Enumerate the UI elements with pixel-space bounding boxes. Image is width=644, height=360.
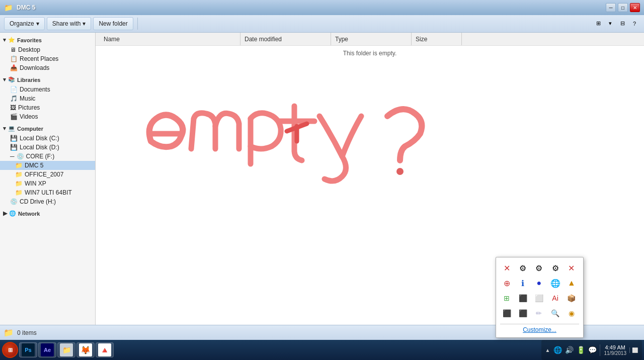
downloads-label: Downloads	[20, 64, 49, 71]
sidebar-item-desktop[interactable]: 🖥 Desktop	[0, 45, 95, 54]
date-display: 11/9/2013	[604, 350, 627, 356]
win7-label: WIN7 ULTI 64BIT	[25, 189, 72, 196]
organize-dropdown-icon: ▾	[36, 20, 39, 27]
taskbar-app-vlc[interactable]: 🔺	[96, 342, 114, 357]
tray-icon-8[interactable]: ●	[532, 277, 545, 290]
tray-icon-1[interactable]: ✕	[500, 261, 513, 275]
new-folder-button[interactable]: New folder	[93, 17, 133, 30]
tray-icon-10[interactable]: ▲	[565, 277, 578, 290]
customize-button[interactable]: Customize...	[500, 326, 579, 333]
sidebar-item-office2007[interactable]: 📁 OFFICE_2007	[0, 170, 95, 179]
sidebar-item-recent-places[interactable]: 📋 Recent Places	[0, 54, 95, 63]
organize-button[interactable]: Organize ▾	[4, 17, 45, 30]
help-button[interactable]: ?	[629, 18, 640, 29]
tray-icon-19[interactable]: 🔍	[549, 307, 562, 320]
sidebar-item-videos[interactable]: 🎬 Videos	[0, 112, 95, 121]
window-folder-icon: 📁	[4, 4, 13, 12]
tray-arrow-icon[interactable]: ▲	[545, 347, 550, 353]
tray-icon-14[interactable]: Ai	[549, 292, 562, 305]
organize-label: Organize	[10, 20, 34, 27]
col-header-size[interactable]: Size	[412, 33, 462, 45]
sidebar-item-local-c[interactable]: 💾 Local Disk (C:)	[0, 134, 95, 143]
local-c-label: Local Disk (C:)	[20, 135, 59, 142]
favorites-icon: ⭐	[8, 37, 15, 43]
svg-point-0	[396, 168, 404, 175]
sidebar-item-dmc5[interactable]: 📁 DMC 5	[0, 161, 95, 170]
taskbar-app-fileexplorer[interactable]: 📁	[57, 342, 75, 357]
office2007-label: OFFICE_2007	[25, 171, 63, 178]
tray-icon-17[interactable]: ⬛	[516, 307, 529, 320]
tray-icon-4[interactable]: ⚙	[549, 261, 562, 275]
desktop-label: Desktop	[18, 46, 40, 53]
sidebar-item-local-d[interactable]: 💾 Local Disk (D:)	[0, 143, 95, 152]
vlc-icon: 🔺	[98, 343, 111, 356]
taskbar-app-photoshop[interactable]: Ps	[19, 342, 37, 357]
sidebar: ▾ ⭐ Favorites 🖥 Desktop 📋 Recent Places …	[0, 33, 96, 325]
winxp-label: WIN XP	[25, 180, 46, 187]
sidebar-item-win7[interactable]: 📁 WIN7 ULTI 64BIT	[0, 188, 95, 197]
tray-network-icon[interactable]: 🌐	[553, 346, 562, 354]
start-button[interactable]: ⊞	[2, 342, 18, 358]
close-button[interactable]: ✕	[630, 3, 640, 12]
sidebar-item-music[interactable]: 🎵 Music	[0, 94, 95, 103]
sidebar-item-downloads[interactable]: 📥 Downloads	[0, 63, 95, 72]
winxp-icon: 📁	[15, 180, 23, 187]
tray-icon-12[interactable]: ⬛	[516, 292, 529, 305]
network-label: Network	[18, 211, 40, 217]
taskbar-app-firefox[interactable]: 🦊	[76, 342, 95, 357]
sidebar-item-cd-h[interactable]: 💿 CD Drive (H:)	[0, 197, 95, 206]
tray-icon-18[interactable]: ✏	[532, 307, 545, 320]
preview-pane[interactable]: ⊟	[617, 18, 628, 29]
share-dropdown-icon: ▾	[83, 20, 86, 27]
col-header-date[interactable]: Date modified	[240, 33, 331, 45]
favorites-header[interactable]: ▾ ⭐ Favorites	[0, 35, 95, 45]
col-header-type[interactable]: Type	[331, 33, 412, 45]
desktop-icon: 🖥	[10, 46, 16, 53]
toolbar-separator	[137, 18, 138, 30]
dmc5-icon: 📁	[15, 162, 23, 169]
minimize-button[interactable]: ─	[606, 3, 616, 12]
sidebar-item-core-f[interactable]: ─ 💿 CORE (F:)	[0, 152, 95, 161]
tray-icon-13[interactable]: ⬜	[532, 292, 545, 305]
maximize-button[interactable]: □	[618, 3, 628, 12]
sidebar-item-documents[interactable]: 📄 Documents	[0, 85, 95, 94]
tray-icon-15[interactable]: 📦	[565, 292, 578, 305]
network-collapse-icon: ▶	[3, 210, 7, 217]
tray-sound-icon[interactable]: 🔊	[565, 346, 574, 354]
sidebar-item-pictures[interactable]: 🖼 Pictures	[0, 103, 95, 112]
show-desktop-icon[interactable]: ⬜	[629, 347, 638, 353]
tray-icon-20[interactable]: ◉	[565, 307, 578, 320]
tray-icon-16[interactable]: ⬛	[500, 307, 513, 320]
col-header-name[interactable]: Name	[100, 33, 240, 45]
local-d-icon: 💾	[10, 144, 18, 151]
network-header[interactable]: ▶ 🌐 Network	[0, 208, 95, 219]
tray-icon-2[interactable]: ⚙	[516, 261, 529, 275]
videos-icon: 🎬	[10, 113, 18, 120]
computer-header[interactable]: ▾ 💻 Computer	[0, 123, 95, 134]
pictures-label: Pictures	[18, 104, 40, 111]
libraries-header[interactable]: ▾ 📚 Libraries	[0, 74, 95, 85]
tray-icon-11[interactable]: ⊞	[500, 292, 513, 305]
view-large-icons[interactable]: ⊞	[593, 18, 604, 29]
tray-popup-divider	[500, 324, 579, 324]
tray-icon-7[interactable]: ℹ	[516, 277, 529, 290]
network-icon: 🌐	[9, 210, 16, 217]
tray-icon-3[interactable]: ⚙	[532, 261, 545, 275]
view-dropdown[interactable]: ▾	[605, 18, 616, 29]
handwritten-svg	[121, 76, 448, 207]
documents-label: Documents	[20, 86, 50, 93]
tray-icon-5[interactable]: ✕	[565, 261, 578, 275]
share-with-label: Share with	[52, 20, 81, 27]
aftereffects-icon: Ae	[41, 343, 54, 356]
taskbar-app-aftereffects[interactable]: Ae	[38, 342, 56, 357]
tray-popup: ✕ ⚙ ⚙ ⚙ ✕ ⊕ ℹ ● 🌐 ▲ ⊞ ⬛ ⬜ Ai 📦 ⬛ ⬛ ✏ 🔍 ◉…	[496, 257, 584, 338]
tray-battery-icon[interactable]: 🔋	[577, 346, 585, 354]
photoshop-icon: Ps	[22, 343, 35, 356]
share-with-button[interactable]: Share with ▾	[47, 17, 92, 30]
tray-icon-6[interactable]: ⊕	[500, 277, 513, 290]
tray-action-center-icon[interactable]: 💬	[588, 346, 597, 354]
office2007-icon: 📁	[15, 171, 23, 178]
sidebar-item-winxp[interactable]: 📁 WIN XP	[0, 179, 95, 188]
tray-icon-9[interactable]: 🌐	[549, 277, 562, 290]
clock[interactable]: 4:49 AM 11/9/2013	[600, 344, 627, 356]
